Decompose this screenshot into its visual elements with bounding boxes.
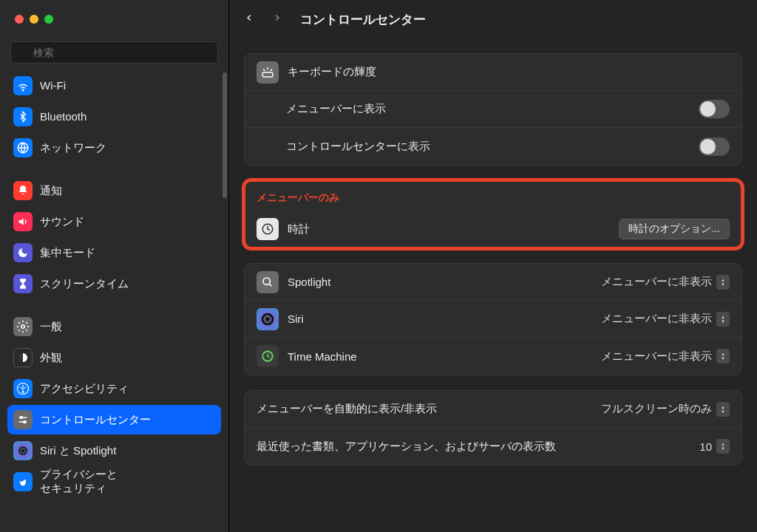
clock-options-button[interactable]: 時計のオプション... (619, 219, 730, 239)
time-machine-dropdown[interactable]: メニューバーに非表示 ▲▼ (601, 349, 730, 364)
bluetooth-icon (13, 107, 33, 126)
content[interactable]: キーボードの輝度 メニューバーに表示 コントロールセンターに表示 メニューバーの… (229, 38, 757, 532)
spotlight-icon (257, 271, 279, 293)
row-label: 最近使った書類、アプリケーション、およびサーバの表示数 (257, 440, 699, 454)
svg-line-20 (269, 284, 271, 286)
sidebar-list[interactable]: Wi-Fi Bluetooth ネットワーク 通知 サウンド (0, 71, 228, 532)
spotlight-dropdown[interactable]: メニューバーに非表示 ▲▼ (601, 275, 730, 290)
sidebar-item-appearance[interactable]: 外観 (7, 343, 221, 372)
nav-back-button[interactable] (244, 10, 254, 29)
chevron-updown-icon: ▲▼ (716, 439, 730, 454)
row-siri: Siri メニューバーに非表示 ▲▼ (245, 301, 741, 338)
row-label: コントロールセンターに表示 (286, 140, 699, 154)
sidebar-item-general[interactable]: 一般 (7, 312, 221, 341)
sidebar-item-label: ネットワーク (40, 141, 106, 155)
svg-rect-17 (262, 72, 273, 77)
search-input[interactable] (10, 41, 218, 64)
sidebar-item-label: スクリーンタイム (40, 277, 129, 291)
svg-point-12 (18, 446, 27, 455)
sidebar-item-label: アクセシビリティ (40, 382, 129, 396)
row-label: Spotlight (288, 276, 601, 288)
sidebar-item-bluetooth[interactable]: Bluetooth (7, 102, 221, 132)
svg-point-9 (20, 417, 22, 419)
row-show-in-control-center: コントロールセンターに表示 (245, 128, 741, 165)
svg-line-15 (263, 69, 265, 70)
chevron-updown-icon: ▲▼ (716, 275, 730, 290)
clock-icon (257, 218, 279, 240)
section-menubar-only: メニューバーのみ 時計 時計のオプション... (244, 180, 742, 248)
sidebar-item-control-center[interactable]: コントロールセンター (7, 405, 221, 434)
hand-icon (13, 472, 33, 491)
window-minimize-button[interactable] (30, 15, 38, 24)
sidebar-item-notifications[interactable]: 通知 (7, 176, 221, 205)
sidebar-item-network[interactable]: ネットワーク (7, 133, 221, 163)
page-title: コントロールセンター (300, 11, 426, 28)
sidebar-item-siri-spotlight[interactable]: Siri と Spotlight (7, 436, 221, 466)
sidebar-item-accessibility[interactable]: アクセシビリティ (7, 374, 221, 403)
siri-dropdown[interactable]: メニューバーに非表示 ▲▼ (601, 312, 730, 327)
svg-point-21 (262, 313, 274, 325)
sidebar-item-label: Wi-Fi (40, 79, 66, 93)
dropdown-value: フルスクリーン時のみ (601, 402, 712, 416)
sidebar-item-privacy[interactable]: プライバシーと セキュリティ (7, 467, 221, 497)
row-auto-hide-menubar: メニューバーを自動的に表示/非表示 フルスクリーン時のみ ▲▼ (245, 391, 741, 428)
svg-point-2 (22, 89, 24, 91)
sidebar-item-label: 集中モード (40, 246, 95, 260)
sidebar-item-sound[interactable]: サウンド (7, 207, 221, 236)
dropdown-value: メニューバーに非表示 (601, 275, 712, 289)
svg-point-11 (24, 421, 26, 423)
sidebar-item-screentime[interactable]: スクリーンタイム (7, 269, 221, 299)
sidebar-item-label: Siri と Spotlight (40, 444, 116, 458)
dropdown-value: メニューバーに非表示 (601, 312, 712, 326)
row-label: メニューバーを自動的に表示/非表示 (257, 402, 601, 416)
chevron-updown-icon: ▲▼ (716, 312, 730, 327)
sidebar-item-label: コントロールセンター (40, 413, 151, 427)
scrollbar-thumb[interactable] (223, 72, 227, 198)
titlebar (0, 0, 228, 38)
siri-icon (257, 308, 279, 330)
dropdown-value: メニューバーに非表示 (601, 349, 712, 364)
window-maximize-button[interactable] (44, 15, 53, 24)
section-menubar-behavior: メニューバーを自動的に表示/非表示 フルスクリーン時のみ ▲▼ 最近使った書類、… (244, 390, 742, 466)
toggle-show-in-menubar[interactable] (699, 100, 730, 118)
sidebar-item-label: サウンド (40, 215, 84, 229)
wifi-icon (13, 76, 33, 95)
dropdown-value: 10 (699, 440, 712, 453)
control-center-icon (13, 410, 33, 429)
row-spotlight: Spotlight メニューバーに非表示 ▲▼ (245, 264, 741, 301)
sidebar-item-label: Bluetooth (40, 110, 86, 124)
row-label: Time Machine (288, 350, 601, 363)
section-spotlight-siri-tm: Spotlight メニューバーに非表示 ▲▼ Siri メニューバーに非表示 … (244, 263, 742, 375)
moon-icon (13, 243, 33, 262)
row-show-in-menubar: メニューバーに表示 (245, 91, 741, 128)
sidebar-item-label: 通知 (40, 184, 62, 198)
search-wrap (0, 38, 228, 71)
sidebar: Wi-Fi Bluetooth ネットワーク 通知 サウンド (0, 0, 229, 532)
sidebar-item-label: 一般 (40, 320, 62, 334)
main-panel: コントロールセンター キーボードの輝度 メニューバーに表示 コントロールセンター… (229, 0, 757, 532)
row-label: メニューバーに表示 (286, 102, 699, 116)
svg-line-16 (271, 69, 272, 70)
sidebar-item-label: プライバシーと セキュリティ (40, 468, 118, 496)
chevron-updown-icon: ▲▼ (716, 349, 730, 364)
recent-items-dropdown[interactable]: 10 ▲▼ (699, 439, 730, 454)
sidebar-item-wifi[interactable]: Wi-Fi (7, 71, 221, 100)
svg-point-4 (21, 325, 25, 329)
time-machine-icon (257, 345, 279, 367)
siri-icon (13, 441, 33, 460)
sidebar-item-focus[interactable]: 集中モード (7, 238, 221, 267)
row-recent-items-count: 最近使った書類、アプリケーション、およびサーバの表示数 10 ▲▼ (245, 428, 741, 465)
chevron-updown-icon: ▲▼ (716, 402, 730, 417)
svg-point-7 (22, 385, 24, 386)
row-keyboard-brightness: キーボードの輝度 (245, 54, 741, 91)
gear-icon (13, 317, 33, 336)
auto-hide-dropdown[interactable]: フルスクリーン時のみ ▲▼ (601, 402, 730, 417)
nav-forward-button[interactable] (272, 10, 282, 29)
window-close-button[interactable] (15, 15, 24, 24)
row-label: 時計 (288, 222, 619, 236)
network-icon (13, 138, 33, 157)
toggle-show-in-control-center[interactable] (699, 137, 730, 156)
speaker-icon (13, 212, 33, 231)
bell-icon (13, 181, 33, 200)
appearance-icon (13, 348, 33, 367)
